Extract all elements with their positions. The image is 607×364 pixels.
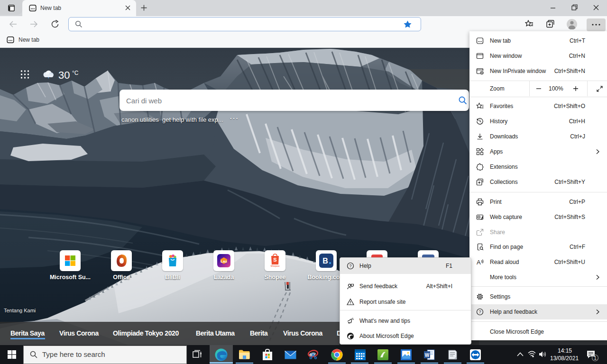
svg-text:1: 1	[594, 355, 597, 361]
svg-text:S: S	[273, 257, 276, 263]
svg-text:Shopee: Shopee	[271, 264, 280, 267]
svg-text:W: W	[425, 353, 430, 358]
svg-text:A: A	[477, 259, 481, 266]
svg-text:B: B	[322, 257, 328, 265]
svg-text:Laz: Laz	[221, 259, 227, 264]
svg-text:?: ?	[349, 264, 352, 268]
svg-text:?: ?	[479, 309, 481, 314]
